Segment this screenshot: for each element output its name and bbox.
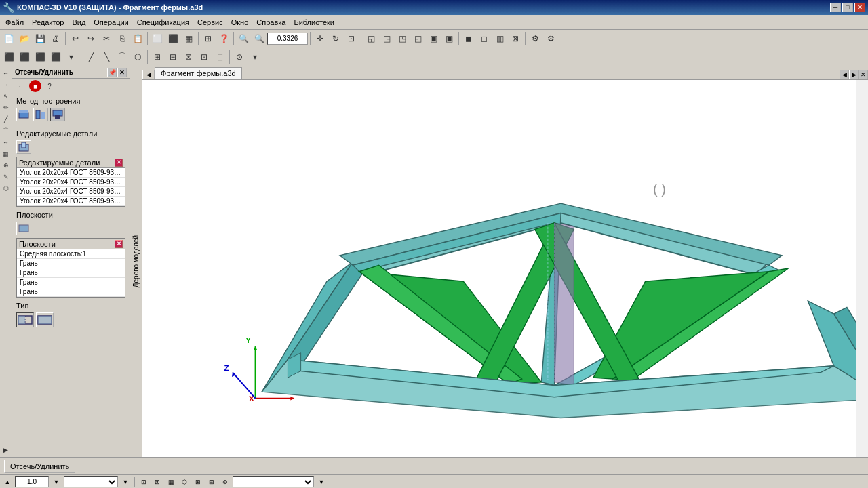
tb2-12[interactable]: ⊠ xyxy=(181,49,196,64)
menu-view[interactable]: Вид xyxy=(68,17,90,28)
add-plane-btn[interactable] xyxy=(16,222,31,235)
tb-view2[interactable]: ⬛ xyxy=(165,31,180,46)
help-btn[interactable]: ? xyxy=(43,81,56,92)
tb-fit[interactable]: ⊡ xyxy=(344,31,359,46)
menu-edit[interactable]: Редактор xyxy=(28,17,68,28)
view-tab-main[interactable]: Фрагмент фермы.a3d xyxy=(155,67,242,79)
type-btn-2[interactable] xyxy=(36,312,54,327)
tb2-5[interactable]: ▾ xyxy=(64,49,79,64)
tb2-11[interactable]: ⊟ xyxy=(165,49,180,64)
tb-iso3[interactable]: ◳ xyxy=(395,31,410,46)
btb-s7[interactable]: ⊟ xyxy=(205,476,218,487)
tb-cut[interactable]: ✂ xyxy=(99,31,114,46)
vtb-fwd[interactable]: → xyxy=(1,79,12,90)
menu-libraries[interactable]: Библиотеки xyxy=(290,17,338,28)
vtb-select[interactable]: ↖ xyxy=(1,91,12,102)
tb2-13[interactable]: ⊡ xyxy=(197,49,212,64)
list-item[interactable]: Грань xyxy=(17,278,125,287)
tb2-15[interactable]: ⊙ xyxy=(232,49,247,64)
method-btn-1[interactable] xyxy=(16,108,31,121)
method-btn-3[interactable] xyxy=(50,108,65,121)
tb2-9[interactable]: ⬡ xyxy=(130,49,145,64)
btb-s4[interactable]: ▦ xyxy=(165,476,177,487)
vtb-dim[interactable]: ↔ xyxy=(1,137,12,148)
type-btn-1[interactable] xyxy=(16,312,34,327)
vtb-line[interactable]: ╱ xyxy=(1,114,12,125)
tb-redo[interactable]: ↪ xyxy=(83,31,98,46)
tb-paste[interactable]: 📋 xyxy=(130,31,145,46)
step-select[interactable] xyxy=(64,476,118,487)
btb-s5[interactable]: ⬡ xyxy=(178,476,191,487)
nav-back[interactable]: ← xyxy=(15,81,27,92)
list-item[interactable]: Уголок 20x20x4 ГОСТ 8509-93 / Ст3кп xyxy=(17,178,125,187)
tb-new[interactable]: 📄 xyxy=(1,31,16,46)
menu-help[interactable]: Справка xyxy=(252,17,290,28)
minimize-button[interactable]: ─ xyxy=(830,3,841,12)
list-item[interactable]: Грань xyxy=(17,268,125,278)
tb2-2[interactable]: ⬛ xyxy=(17,49,32,64)
maximize-button[interactable]: □ xyxy=(842,3,853,12)
add-part-btn[interactable] xyxy=(16,140,31,154)
tab-prev[interactable]: ◀ xyxy=(840,70,849,79)
tb2-8[interactable]: ⌒ xyxy=(115,49,130,64)
tb2-3[interactable]: ⬛ xyxy=(33,49,47,64)
list-item[interactable]: Уголок 20x20x4 ГОСТ 8509-93 / Ст3кп xyxy=(17,168,125,178)
tb-render2[interactable]: ◻ xyxy=(477,31,492,46)
tb-zoom-in[interactable]: 🔍 xyxy=(236,31,251,46)
list-item[interactable]: Уголок 20x20x4 ГОСТ 8509-93 / Ст3кп xyxy=(17,197,125,206)
tb2-16[interactable]: ▾ xyxy=(248,49,262,64)
tb-rotate[interactable]: ↻ xyxy=(328,31,343,46)
tb2-6[interactable]: ╱ xyxy=(83,49,98,64)
vtb-note[interactable]: ✎ xyxy=(1,171,12,182)
vtb-hatch[interactable]: ▦ xyxy=(1,148,12,159)
tab-next[interactable]: ▶ xyxy=(849,70,859,79)
method-btn-2[interactable] xyxy=(33,108,48,121)
planes-list-close[interactable]: ✕ xyxy=(115,240,123,248)
vtb-collapse[interactable]: ▶ xyxy=(1,445,12,455)
tb-front[interactable]: ▣ xyxy=(426,31,441,46)
list-item[interactable]: Грань xyxy=(17,287,125,297)
tb-zoom-out[interactable]: 🔍 xyxy=(252,31,267,46)
menu-file[interactable]: Файл xyxy=(1,17,28,28)
list-item[interactable]: Уголок 20x20x4 ГОСТ 8509-93 / Ст3кп xyxy=(17,187,125,197)
vtb-edit[interactable]: ✏ xyxy=(1,102,12,113)
menu-service[interactable]: Сервис xyxy=(193,17,227,28)
tb-back[interactable]: ▣ xyxy=(441,31,456,46)
tb-view3[interactable]: ▦ xyxy=(181,31,196,46)
action-main-btn[interactable]: Отсечь/Удлинить xyxy=(4,460,75,473)
tab-close[interactable]: ✕ xyxy=(859,70,868,79)
tb-iso1[interactable]: ◱ xyxy=(363,31,378,46)
model-tree-tab[interactable]: Дерево моделей xyxy=(130,66,142,457)
tab-scroll-left[interactable]: ◀ xyxy=(142,70,155,79)
tb2-10[interactable]: ⊞ xyxy=(150,49,165,64)
tb-extra2[interactable]: ⚙ xyxy=(543,31,558,46)
tb-copy[interactable]: ⎘ xyxy=(115,31,130,46)
tb-iso4[interactable]: ◰ xyxy=(410,31,425,46)
step-input[interactable] xyxy=(15,476,49,487)
btb-s3[interactable]: ⊠ xyxy=(151,476,163,487)
btb-up[interactable]: ▲ xyxy=(1,476,14,487)
tb-undo[interactable]: ↩ xyxy=(68,31,83,46)
tb2-7[interactable]: ╲ xyxy=(99,49,114,64)
btb-down[interactable]: ▼ xyxy=(50,476,62,487)
tb-iso2[interactable]: ◲ xyxy=(379,31,394,46)
zoom-input[interactable]: 0.3326 xyxy=(267,33,308,45)
list-item[interactable]: Грань xyxy=(17,259,125,268)
tb-open[interactable]: 📂 xyxy=(17,31,32,46)
tb-question[interactable]: ❓ xyxy=(216,31,231,46)
close-button[interactable]: ✕ xyxy=(854,3,865,12)
vtb-assem[interactable]: ⬡ xyxy=(1,183,12,194)
vtb-ref[interactable]: ⊕ xyxy=(1,160,12,171)
panel-pin[interactable]: 📌 xyxy=(107,68,117,77)
tb2-1[interactable]: ⬛ xyxy=(1,49,16,64)
tb-snap[interactable]: ⊞ xyxy=(201,31,216,46)
tb-render4[interactable]: ⊠ xyxy=(508,31,523,46)
vtb-arc[interactable]: ⌒ xyxy=(1,125,12,136)
list-item[interactable]: Средняя плоскость:1 xyxy=(17,249,125,259)
tb-view1[interactable]: ⬜ xyxy=(150,31,165,46)
btb-s2[interactable]: ⊡ xyxy=(138,476,150,487)
tb-print[interactable]: 🖨 xyxy=(48,31,63,46)
tb2-14[interactable]: ⌶ xyxy=(212,49,227,64)
btb-s9[interactable]: ▼ xyxy=(315,476,328,487)
tb2-4[interactable]: ⬛ xyxy=(48,49,63,64)
